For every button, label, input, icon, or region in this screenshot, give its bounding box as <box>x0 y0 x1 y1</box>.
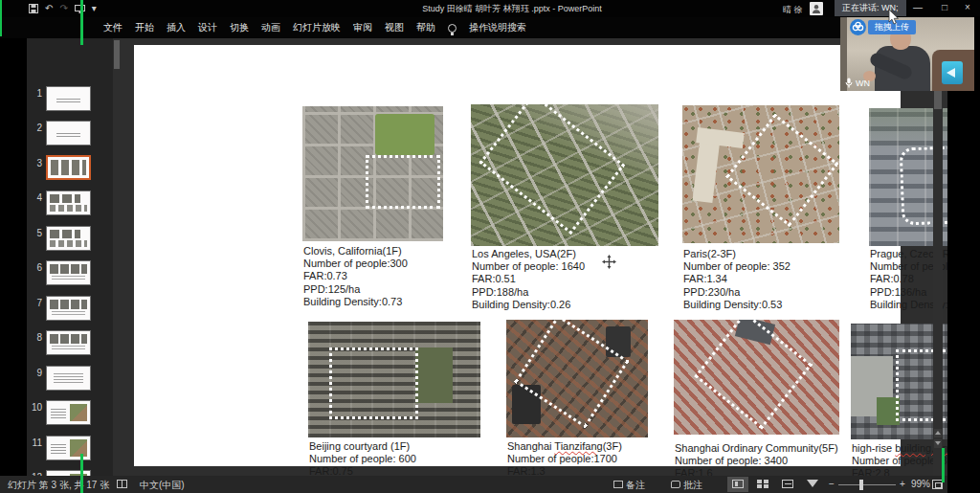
close-button[interactable]: × <box>957 0 978 16</box>
thumb-number-2: 2 <box>27 123 42 133</box>
redo-icon: ↷ <box>59 2 67 15</box>
screen-share-view: ↶ ↷ ▾ Study 田徐晴 胡叶芳 林翔珏 .pptx - PowerPoi… <box>0 0 980 493</box>
notes-toggle[interactable]: 备注 <box>626 479 645 492</box>
slide-thumbnail-6[interactable] <box>46 260 91 285</box>
aerial-image-los-angeles[interactable] <box>471 104 658 246</box>
thumb-number-4: 4 <box>27 192 42 203</box>
site-boundary-dotted <box>366 155 440 209</box>
slide-thumbnail-8[interactable] <box>46 330 91 355</box>
normal-view-button[interactable] <box>727 477 748 492</box>
spellcheck-icon[interactable] <box>117 480 127 488</box>
slide-thumbnail-3-selected[interactable] <box>46 155 91 180</box>
slide-thumbnail-9[interactable] <box>46 366 91 391</box>
aerial-image-tianzifang[interactable] <box>506 320 648 437</box>
tab-review[interactable]: 审阅 <box>353 21 372 34</box>
tab-animations[interactable]: 动画 <box>261 21 280 34</box>
aerial-image-paris[interactable] <box>682 105 839 243</box>
previous-slide-button[interactable] <box>934 429 942 437</box>
caption-clovis: Clovis, California(1F) Number of people:… <box>303 245 500 308</box>
thumb-number-1: 1 <box>27 88 42 99</box>
slide-thumbnail-7[interactable] <box>46 296 91 321</box>
caption-title: Paris(2-3F) <box>683 248 880 260</box>
slide-sorter-view-button[interactable] <box>752 477 773 492</box>
minimize-button[interactable]: — <box>907 0 928 16</box>
language-status[interactable]: 中文(中国) <box>140 479 185 492</box>
tab-help[interactable]: 帮助 <box>416 21 435 34</box>
tell-me-lightbulb-icon <box>448 24 457 33</box>
move-cursor <box>602 255 616 269</box>
account-user-name[interactable]: 晴 徐 <box>783 4 803 16</box>
thumbnail-scrollbar[interactable] <box>113 38 121 476</box>
thumb-number-7: 7 <box>27 298 42 308</box>
tab-design[interactable]: 设计 <box>198 21 217 34</box>
webcam-video-overlay[interactable]: 拖拽上传 WN <box>840 17 974 91</box>
current-slide[interactable]: Clovis, California(1F) Number of people:… <box>134 45 901 466</box>
thumb-number-10: 10 <box>27 402 42 413</box>
site-boundary-dotted <box>479 104 624 235</box>
thumb-number-9: 9 <box>27 368 42 378</box>
park-patch <box>375 114 434 154</box>
share-border-segment <box>942 448 945 482</box>
zoom-in-button[interactable]: + <box>900 479 905 489</box>
slide-thumbnail-11[interactable] <box>46 436 91 460</box>
slide-position-status: 幻灯片 第 3 张, 共 17 张 <box>8 479 109 492</box>
slide-thumbnail-2[interactable] <box>46 121 91 146</box>
caption-title: Beijing courtyard (1F) <box>309 440 505 453</box>
zoom-slider-thumb[interactable] <box>859 480 863 490</box>
reading-view-button[interactable] <box>777 477 798 492</box>
tab-insert[interactable]: 插入 <box>167 21 186 34</box>
restore-button[interactable]: □ <box>934 0 955 16</box>
thumb-number-8: 8 <box>27 332 42 343</box>
tab-transitions[interactable]: 切换 <box>230 21 249 34</box>
thumb-number-11: 11 <box>27 437 42 448</box>
slide-thumbnail-4[interactable] <box>46 190 91 215</box>
caption-paris: Paris(2-3F) Number of people: 352FAR:1.3… <box>683 248 880 311</box>
tab-home[interactable]: 开始 <box>135 21 154 34</box>
tab-slideshow[interactable]: 幻灯片放映 <box>293 21 341 34</box>
share-border-segment <box>80 454 83 493</box>
caption-title: Clovis, California(1F) <box>303 245 500 258</box>
status-bar: 幻灯片 第 3 张, 共 17 张 中文(中国) 备注 批注 − + 99% <box>0 476 947 493</box>
document-title: Study 田徐晴 胡叶芳 林翔珏 .pptx - PowerPoint <box>422 3 602 15</box>
speaker-mic-label: WN <box>845 78 870 88</box>
tab-file[interactable]: 文件 <box>103 21 122 34</box>
share-arrow-icon[interactable] <box>942 61 963 84</box>
netdisk-icon[interactable] <box>850 19 866 35</box>
site-boundary-dotted <box>694 320 813 430</box>
slide-canvas: Clovis, California(1F) Number of people:… <box>121 38 947 476</box>
save-icon[interactable] <box>29 4 38 13</box>
qat-customize-caret-icon[interactable]: ▾ <box>92 2 97 15</box>
tell-me-search[interactable]: 操作说明搜索 <box>469 21 526 34</box>
slide-thumbnail-1[interactable] <box>46 86 91 111</box>
person-icon <box>812 4 821 13</box>
canvas-scrollbar[interactable] <box>933 38 943 476</box>
account-avatar[interactable] <box>810 2 823 15</box>
mouse-pointer <box>888 10 900 25</box>
slide-thumbnail-10[interactable] <box>46 400 91 425</box>
slideshow-view-button[interactable] <box>802 477 823 492</box>
compound-patch <box>415 347 454 403</box>
slide-thumbnail-panel: 1 2 3 4 5 6 7 8 9 10 11 12 13 <box>27 38 121 476</box>
microphone-icon <box>845 78 853 88</box>
zoom-out-button[interactable]: − <box>829 479 835 489</box>
aerial-image-shanghai-community[interactable] <box>674 320 839 435</box>
aerial-image-beijing[interactable] <box>308 322 480 437</box>
notes-icon <box>613 481 623 488</box>
ribbon-tab-row: 文件 开始 插入 设计 切换 动画 幻灯片放映 审阅 视图 帮助 操作说明搜索 <box>0 17 980 38</box>
zoom-slider-track[interactable] <box>838 484 896 485</box>
tab-view[interactable]: 视图 <box>385 21 404 34</box>
comments-toggle[interactable]: 批注 <box>683 479 702 492</box>
thumb-number-6: 6 <box>27 262 42 273</box>
thumb-number-5: 5 <box>27 228 42 238</box>
undo-icon[interactable]: ↶ <box>45 2 53 15</box>
slide-thumbnail-5[interactable] <box>46 226 91 251</box>
quick-access-toolbar: ↶ ↷ ▾ <box>29 2 97 15</box>
comments-icon <box>671 481 680 488</box>
next-slide-button[interactable] <box>934 439 942 448</box>
share-border-segment <box>0 0 2 36</box>
title-bar: ↶ ↷ ▾ Study 田徐晴 胡叶芳 林翔珏 .pptx - PowerPoi… <box>0 0 980 17</box>
zoom-percentage[interactable]: 99% <box>911 479 930 489</box>
caption-los-angeles: Los Angeles, USA(2F) Number of people: 1… <box>472 248 668 311</box>
caption-title: Los Angeles, USA(2F) <box>472 248 668 260</box>
aerial-image-clovis[interactable] <box>302 106 443 241</box>
